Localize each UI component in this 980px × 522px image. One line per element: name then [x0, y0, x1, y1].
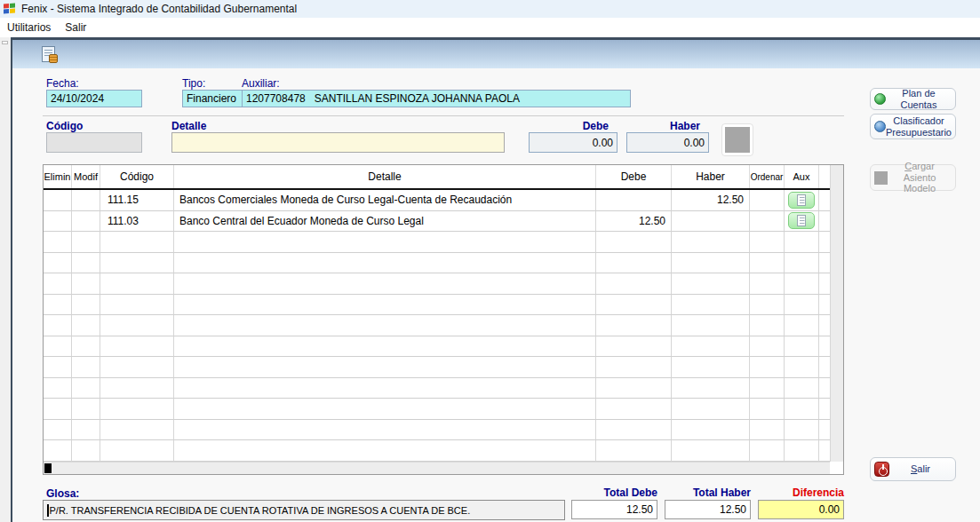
document-icon [797, 215, 806, 226]
table-row-empty[interactable] [44, 315, 830, 336]
table-header-row: Elimin Modif Código Detalle Debe Haber O… [44, 165, 830, 190]
green-sphere-icon [874, 93, 886, 105]
col-header-detalle: Detalle [174, 165, 596, 188]
haber-entry-label: Haber [626, 120, 700, 132]
diferencia-label: Diferencia [758, 486, 844, 499]
blue-sphere-icon [874, 121, 886, 132]
cargar-asiento-modelo-button[interactable]: Cargar AsientoModelo [870, 164, 956, 191]
total-haber-field: 12.50 [665, 500, 751, 519]
col-header-elimin: Elimin [44, 165, 72, 188]
table-empty-rows [44, 232, 830, 462]
auxiliar-field[interactable]: 1207708478 SANTILLAN ESPINOZA JOHANNA PA… [242, 90, 631, 107]
fecha-field[interactable]: 24/10/2024 [46, 90, 142, 107]
col-header-aux: Aux [785, 165, 819, 188]
codigo-entry-field[interactable] [46, 132, 142, 153]
clasificador-presupuestario-button[interactable]: ClasificadorPresupuestario [870, 114, 956, 139]
windows-logo-icon [4, 3, 16, 15]
detalle-cell: Banco Central del Ecuador Moneda de Curs… [174, 211, 596, 233]
debe-cell [596, 190, 672, 211]
table-row-empty[interactable] [44, 357, 830, 378]
aux-detail-button[interactable] [788, 192, 815, 209]
table-row-empty[interactable] [44, 232, 830, 253]
table-row-empty[interactable] [44, 440, 830, 462]
gray-square-icon [725, 127, 750, 153]
table-row-empty[interactable] [44, 273, 830, 295]
total-haber-label: Total Haber [665, 486, 751, 499]
haber-entry-field[interactable]: 0.00 [626, 132, 709, 153]
plan-de-cuentas-button[interactable]: Plan de Cuentas [870, 88, 956, 110]
ordenar-cell[interactable] [750, 211, 785, 233]
table-row-empty[interactable] [44, 336, 830, 358]
horizontal-scrollbar-thumb[interactable] [44, 463, 52, 473]
diferencia-field: 0.00 [758, 500, 844, 519]
glosa-field[interactable]: P/R. TRANSFERENCIA RECIBIDA DE CUENTA RO… [43, 500, 565, 520]
table-row[interactable]: 111.15 Bancos Comerciales Moneda de Curs… [44, 190, 830, 211]
salir-button[interactable]: Salir [870, 457, 956, 481]
blank-action-button[interactable] [721, 123, 753, 156]
title-bar: Fenix - Sistema Integrado de Contabilida… [0, 0, 980, 18]
modif-cell[interactable] [72, 190, 100, 211]
auxiliar-label: Auxiliar: [242, 77, 280, 90]
total-debe-field: 12.50 [571, 500, 657, 519]
codigo-entry-label: Código [46, 120, 83, 132]
ordenar-cell[interactable] [750, 190, 785, 211]
app-window: Fenix - Sistema Integrado de Contabilida… [0, 0, 980, 522]
document-coins-icon [42, 46, 55, 62]
debe-entry-label: Debe [529, 120, 609, 132]
menu-bar: Utilitarios Salir [0, 18, 980, 37]
col-header-haber: Haber [672, 165, 750, 188]
aux-cell [785, 211, 819, 233]
elimin-cell[interactable] [44, 190, 72, 211]
new-entry-button[interactable] [37, 44, 59, 65]
separator-line [43, 115, 844, 116]
document-icon [797, 194, 806, 206]
table-row-empty[interactable] [44, 295, 830, 316]
total-debe-label: Total Debe [571, 486, 657, 499]
detalle-cell: Bancos Comerciales Moneda de Curso Legal… [174, 190, 596, 211]
debe-cell: 12.50 [596, 211, 672, 233]
horizontal-scrollbar[interactable] [44, 462, 830, 474]
table-row-empty[interactable] [44, 378, 830, 399]
menu-salir[interactable]: Salir [58, 20, 93, 36]
haber-cell [672, 211, 750, 233]
col-header-modif: Modif [72, 165, 100, 188]
aux-detail-button[interactable] [788, 212, 815, 229]
table-row-empty[interactable] [44, 420, 830, 441]
table-row-empty[interactable] [44, 399, 830, 420]
panel-splitter-handle[interactable] [2, 41, 8, 44]
menu-utilitarios[interactable]: Utilitarios [0, 20, 58, 36]
scrollbar-corner [830, 462, 843, 474]
toolbar [12, 40, 980, 68]
col-header-ordenar: Ordenar [750, 165, 785, 188]
col-header-debe: Debe [596, 165, 672, 188]
detalle-entry-field[interactable] [171, 132, 505, 153]
content-frame: Fecha: 24/10/2024 Tipo: Financiero Auxil… [11, 37, 980, 522]
tipo-label: Tipo: [182, 77, 205, 90]
table-row[interactable]: 111.03 Banco Central del Ecuador Moneda … [44, 211, 830, 233]
debe-entry-field[interactable]: 0.00 [529, 132, 617, 153]
vertical-scrollbar[interactable] [830, 165, 843, 462]
col-header-codigo: Código [100, 165, 174, 188]
entries-table: Elimin Modif Código Detalle Debe Haber O… [43, 164, 844, 475]
codigo-cell: 111.03 [100, 211, 174, 233]
window-title: Fenix - Sistema Integrado de Contabilida… [21, 3, 297, 15]
modif-cell[interactable] [72, 211, 100, 233]
power-icon [874, 462, 889, 477]
aux-cell [785, 190, 819, 211]
gray-square-icon [874, 171, 888, 185]
codigo-cell: 111.15 [100, 190, 174, 211]
fecha-label: Fecha: [46, 77, 79, 90]
haber-cell: 12.50 [672, 190, 750, 211]
left-panel-strip [0, 37, 11, 522]
elimin-cell[interactable] [44, 211, 72, 233]
detalle-entry-label: Detalle [171, 120, 206, 132]
table-row-empty[interactable] [44, 253, 830, 274]
text-caret [47, 504, 49, 517]
glosa-label: Glosa: [46, 487, 79, 500]
